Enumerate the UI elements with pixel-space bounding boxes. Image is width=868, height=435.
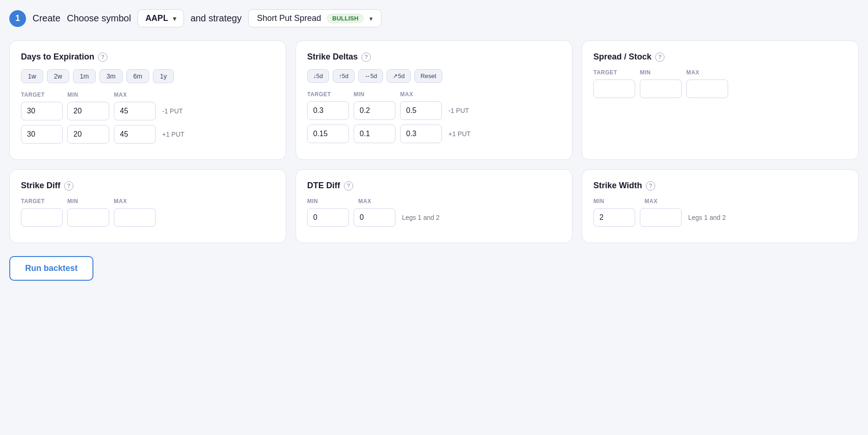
ss-col-min: MIN — [640, 69, 682, 76]
dtediff-min[interactable] — [307, 208, 349, 227]
dte-btn-1m[interactable]: 1m — [73, 69, 96, 83]
sd-row1-max[interactable] — [400, 101, 442, 120]
dte-col-max: MAX — [114, 92, 156, 98]
dte-quick-buttons: 1w 2w 1m 3m 6m 1y — [21, 69, 275, 83]
dte-row1-leg: -1 PUT — [162, 107, 183, 115]
dtediff-max[interactable] — [354, 208, 395, 227]
delta-btn-down5d[interactable]: ↓5d — [307, 69, 329, 83]
cards-row2: Strike Diff ? TARGET MIN MAX DTE Diff ? … — [9, 169, 859, 243]
sd-row1-target[interactable] — [307, 101, 349, 120]
ss-col-target: TARGET — [593, 69, 635, 76]
dtediff-col-min: MIN — [307, 198, 354, 204]
strike-deltas-title-text: Strike Deltas — [307, 52, 358, 62]
spread-stock-title: Spread / Stock ? — [593, 52, 847, 62]
strike-diff-title: Strike Diff ? — [21, 181, 275, 191]
strategy-dropdown[interactable]: Short Put Spread BULLISH ▾ — [248, 9, 381, 27]
dte-row2-target[interactable] — [21, 125, 63, 144]
strike-diff-card: Strike Diff ? TARGET MIN MAX — [9, 169, 286, 243]
strwidth-max[interactable] — [640, 208, 682, 227]
strike-deltas-title: Strike Deltas ? — [307, 52, 561, 62]
dte-row2-leg: +1 PUT — [162, 131, 184, 138]
sd-row2-leg: +1 PUT — [448, 130, 471, 138]
dte-row2-max[interactable] — [114, 125, 156, 144]
sd-col-target: TARGET — [307, 91, 349, 98]
sd-row2: +1 PUT — [307, 125, 561, 143]
sd-row1: -1 PUT — [307, 101, 561, 120]
dte-row2: +1 PUT — [21, 125, 275, 144]
sd-row1-leg: -1 PUT — [448, 107, 469, 114]
delta-btn-lr5d[interactable]: ↔5d — [358, 69, 383, 83]
delta-btn-reset[interactable]: Reset — [414, 69, 442, 83]
step-indicator: 1 — [9, 10, 26, 27]
strdiff-max[interactable] — [114, 208, 156, 227]
strike-diff-title-text: Strike Diff — [21, 181, 60, 191]
strwidth-min[interactable] — [593, 208, 635, 227]
strdiff-col-min: MIN — [67, 198, 109, 204]
dte-btn-1y[interactable]: 1y — [153, 69, 174, 83]
ss-row1-target[interactable] — [593, 79, 635, 98]
dte-title: Days to Expiration ? — [21, 52, 275, 62]
strwidth-col-headers: MIN MAX — [593, 198, 847, 204]
sd-col-max: MAX — [400, 91, 442, 98]
dte-btn-1w[interactable]: 1w — [21, 69, 43, 83]
dtediff-leg-label: Legs 1 and 2 — [402, 214, 440, 221]
symbol-dropdown[interactable]: AAPL ▾ — [138, 9, 184, 27]
strdiff-col-max: MAX — [114, 198, 156, 204]
dte-btn-2w[interactable]: 2w — [47, 69, 69, 83]
create-label: Create — [33, 13, 60, 24]
dte-col-target: TARGET — [21, 92, 63, 98]
sd-col-min: MIN — [354, 91, 395, 98]
dte-btn-6m[interactable]: 6m — [126, 69, 149, 83]
dte-row1: -1 PUT — [21, 102, 275, 120]
ss-col-headers: TARGET MIN MAX — [593, 69, 847, 76]
strategy-name: Short Put Spread — [257, 13, 321, 23]
spread-stock-help-icon[interactable]: ? — [655, 53, 664, 62]
strdiff-target[interactable] — [21, 208, 63, 227]
strike-width-help-icon[interactable]: ? — [646, 181, 655, 191]
dte-row1-target[interactable] — [21, 102, 63, 120]
dte-row2-min[interactable] — [67, 125, 109, 144]
strike-deltas-col-headers: TARGET MIN MAX — [307, 91, 561, 98]
spread-stock-title-text: Spread / Stock — [593, 52, 651, 62]
strdiff-row1 — [21, 208, 275, 227]
strdiff-col-target: TARGET — [21, 198, 63, 204]
dtediff-col-headers: MIN MAX — [307, 198, 561, 204]
delta-btn-up5d[interactable]: ↑5d — [333, 69, 355, 83]
dte-col-headers: TARGET MIN MAX — [21, 92, 275, 98]
symbol-value: AAPL — [145, 13, 168, 23]
dte-col-min: MIN — [67, 92, 109, 98]
strike-diff-help-icon[interactable]: ? — [64, 181, 73, 191]
strwidth-col-min: MIN — [593, 198, 640, 204]
strike-deltas-help-icon[interactable]: ? — [362, 53, 371, 62]
ss-row1-min[interactable] — [640, 79, 682, 98]
ss-col-max: MAX — [686, 69, 728, 76]
sd-row1-min[interactable] — [354, 101, 395, 120]
sd-row2-max[interactable] — [400, 125, 442, 143]
symbol-chevron-icon: ▾ — [173, 15, 176, 22]
dte-diff-title: DTE Diff ? — [307, 181, 561, 191]
strwidth-row1: Legs 1 and 2 — [593, 208, 847, 227]
and-strategy-label: and strategy — [191, 13, 242, 24]
sd-row2-target[interactable] — [307, 125, 349, 143]
strwidth-col-max: MAX — [644, 198, 691, 204]
bullish-badge: BULLISH — [327, 13, 364, 23]
dte-row1-max[interactable] — [114, 102, 156, 120]
dte-diff-title-text: DTE Diff — [307, 181, 340, 191]
sd-row2-min[interactable] — [354, 125, 395, 143]
delta-btn-diag5d[interactable]: ↗5d — [387, 69, 410, 83]
dte-diff-help-icon[interactable]: ? — [344, 181, 353, 191]
ss-row1-max[interactable] — [686, 79, 728, 98]
strdiff-min[interactable] — [67, 208, 109, 227]
strike-width-title: Strike Width ? — [593, 181, 847, 191]
run-backtest-button[interactable]: Run backtest — [9, 256, 93, 281]
dte-card: Days to Expiration ? 1w 2w 1m 3m 6m 1y T… — [9, 40, 286, 160]
dte-title-text: Days to Expiration — [21, 52, 94, 62]
strike-deltas-card: Strike Deltas ? ↓5d ↑5d ↔5d ↗5d Reset TA… — [296, 40, 572, 160]
dte-btn-3m[interactable]: 3m — [99, 69, 122, 83]
dte-help-icon[interactable]: ? — [98, 53, 107, 62]
strategy-chevron-icon: ▾ — [369, 15, 373, 22]
strike-deltas-quick-buttons: ↓5d ↑5d ↔5d ↗5d Reset — [307, 69, 561, 83]
strwidth-leg-label: Legs 1 and 2 — [688, 214, 726, 221]
dte-row1-min[interactable] — [67, 102, 109, 120]
strike-width-card: Strike Width ? MIN MAX Legs 1 and 2 — [582, 169, 859, 243]
